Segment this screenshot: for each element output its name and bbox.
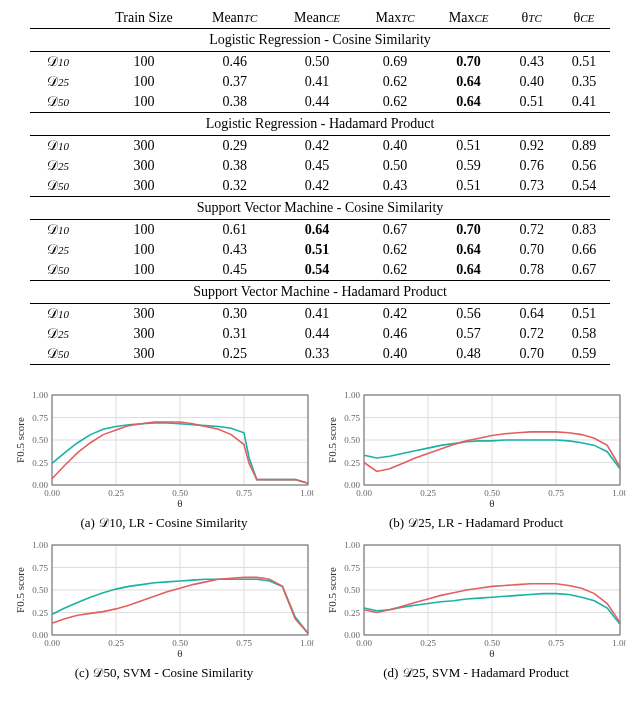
cell: 0.56: [558, 156, 610, 176]
cell: 0.62: [359, 260, 432, 281]
col-header-6: θTC: [506, 8, 558, 29]
cell: 0.41: [276, 304, 359, 325]
cell: 0.54: [276, 260, 359, 281]
table-row: 𝒟253000.310.440.460.570.720.58: [30, 324, 610, 344]
cell: 0.70: [432, 52, 506, 73]
svg-text:0.75: 0.75: [344, 563, 360, 573]
table-row: 𝒟501000.380.440.620.640.510.41: [30, 92, 610, 113]
chart-d: 0.000.250.500.751.000.000.250.500.751.00…: [326, 539, 626, 681]
cell: 0.62: [359, 72, 432, 92]
svg-text:0.25: 0.25: [108, 488, 124, 498]
svg-text:1.00: 1.00: [32, 390, 48, 400]
cell: 0.35: [558, 72, 610, 92]
row-label: 𝒟25: [30, 156, 94, 176]
section-title: Support Vector Machine - Cosine Similari…: [30, 197, 610, 220]
svg-text:0.50: 0.50: [344, 585, 360, 595]
chart-b: 0.000.250.500.751.000.000.250.500.751.00…: [326, 389, 626, 531]
y-axis-label: F0.5 score: [326, 417, 338, 463]
cell: 0.57: [432, 324, 506, 344]
table-row: 𝒟251000.370.410.620.640.400.35: [30, 72, 610, 92]
cell: 0.59: [432, 156, 506, 176]
svg-text:0.50: 0.50: [32, 585, 48, 595]
cell: 0.67: [359, 220, 432, 241]
cell: 0.66: [558, 240, 610, 260]
cell: 0.72: [506, 220, 558, 241]
cell: 0.51: [558, 52, 610, 73]
cell: 0.92: [506, 136, 558, 157]
cell: 0.50: [276, 52, 359, 73]
chart-svg: 0.000.250.500.751.000.000.250.500.751.00…: [326, 539, 626, 659]
cell: 0.89: [558, 136, 610, 157]
cell: 0.62: [359, 92, 432, 113]
svg-text:0.25: 0.25: [32, 458, 48, 468]
charts-grid: 0.000.250.500.751.000.000.250.500.751.00…: [0, 371, 640, 691]
svg-text:1.00: 1.00: [612, 488, 626, 498]
x-axis-label: θ: [489, 647, 494, 659]
table-row: 𝒟101000.610.640.670.700.720.83: [30, 220, 610, 241]
row-label: 𝒟50: [30, 176, 94, 197]
svg-text:0.75: 0.75: [548, 488, 564, 498]
col-header-1: Train Size: [94, 8, 193, 29]
cell: 300: [94, 156, 193, 176]
cell: 0.54: [558, 176, 610, 197]
cell: 100: [94, 52, 193, 73]
cell: 0.42: [276, 136, 359, 157]
row-label: 𝒟10: [30, 220, 94, 241]
svg-text:0.75: 0.75: [548, 638, 564, 648]
cell: 0.73: [506, 176, 558, 197]
cell: 100: [94, 220, 193, 241]
svg-text:0.50: 0.50: [344, 435, 360, 445]
row-label: 𝒟25: [30, 72, 94, 92]
svg-text:1.00: 1.00: [32, 540, 48, 550]
cell: 0.31: [194, 324, 276, 344]
row-label: 𝒟50: [30, 344, 94, 365]
cell: 0.51: [558, 304, 610, 325]
cell: 0.61: [194, 220, 276, 241]
chart-svg: 0.000.250.500.751.000.000.250.500.751.00…: [326, 389, 626, 509]
cell: 0.64: [506, 304, 558, 325]
chart-svg: 0.000.250.500.751.000.000.250.500.751.00…: [14, 389, 314, 509]
cell: 0.83: [558, 220, 610, 241]
table-row: 𝒟103000.300.410.420.560.640.51: [30, 304, 610, 325]
cell: 0.30: [194, 304, 276, 325]
cell: 0.51: [506, 92, 558, 113]
col-header-4: MaxTC: [359, 8, 432, 29]
svg-text:0.00: 0.00: [44, 488, 60, 498]
cell: 0.42: [276, 176, 359, 197]
page-root: Train SizeMeanTCMeanCEMaxTCMaxCEθTCθCE L…: [0, 0, 640, 691]
cell: 0.43: [359, 176, 432, 197]
cell: 0.32: [194, 176, 276, 197]
cell: 0.40: [359, 344, 432, 365]
cell: 0.51: [276, 240, 359, 260]
cell: 300: [94, 304, 193, 325]
cell: 0.41: [276, 72, 359, 92]
table-row: 𝒟503000.250.330.400.480.700.59: [30, 344, 610, 365]
svg-text:1.00: 1.00: [344, 540, 360, 550]
table-row: 𝒟103000.290.420.400.510.920.89: [30, 136, 610, 157]
cell: 100: [94, 72, 193, 92]
cell: 0.70: [506, 344, 558, 365]
svg-text:0.00: 0.00: [356, 638, 372, 648]
section-title: Logistic Regression - Cosine Similarity: [30, 29, 610, 52]
cell: 300: [94, 136, 193, 157]
cell: 0.70: [432, 220, 506, 241]
cell: 0.56: [432, 304, 506, 325]
cell: 0.40: [359, 136, 432, 157]
cell: 0.51: [432, 136, 506, 157]
table-row: 𝒟501000.450.540.620.640.780.67: [30, 260, 610, 281]
chart-svg: 0.000.250.500.751.000.000.250.500.751.00…: [14, 539, 314, 659]
table-row: 𝒟253000.380.450.500.590.760.56: [30, 156, 610, 176]
results-table-wrap: Train SizeMeanTCMeanCEMaxTCMaxCEθTCθCE L…: [0, 0, 640, 371]
cell: 100: [94, 260, 193, 281]
x-axis-label: θ: [177, 647, 182, 659]
x-axis-label: θ: [177, 497, 182, 509]
chart-caption: (d) 𝒟25, SVM - Hadamard Product: [326, 663, 626, 681]
section-title: Support Vector Machine - Hadamard Produc…: [30, 281, 610, 304]
row-label: 𝒟25: [30, 240, 94, 260]
cell: 0.25: [194, 344, 276, 365]
cell: 0.37: [194, 72, 276, 92]
cell: 0.42: [359, 304, 432, 325]
svg-text:0.25: 0.25: [420, 638, 436, 648]
cell: 100: [94, 92, 193, 113]
svg-text:0.00: 0.00: [44, 638, 60, 648]
